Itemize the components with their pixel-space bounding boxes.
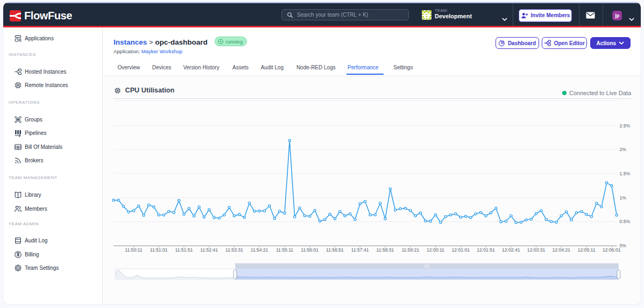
svg-text:1%: 1% bbox=[620, 195, 627, 200]
svg-text:12:02:41: 12:02:41 bbox=[502, 247, 520, 253]
svg-text:12:04:21: 12:04:21 bbox=[553, 247, 571, 253]
svg-text:12:06:01: 12:06:01 bbox=[603, 247, 621, 253]
svg-text:2.5%: 2.5% bbox=[620, 123, 631, 128]
svg-text:0%: 0% bbox=[620, 243, 627, 248]
svg-text:12:05:11: 12:05:11 bbox=[578, 247, 596, 253]
svg-text:11:59:21: 11:59:21 bbox=[401, 247, 419, 253]
svg-text:12:01:51: 12:01:51 bbox=[477, 247, 495, 253]
svg-text:12:03:31: 12:03:31 bbox=[527, 247, 546, 253]
svg-text:0.5%: 0.5% bbox=[620, 219, 631, 224]
svg-text:1.5%: 1.5% bbox=[620, 171, 631, 176]
svg-text:11:57:41: 11:57:41 bbox=[351, 247, 369, 253]
svg-text:11:56:51: 11:56:51 bbox=[326, 247, 344, 253]
svg-text:11:55:11: 11:55:11 bbox=[276, 247, 293, 253]
svg-text:11:51:51: 11:51:51 bbox=[175, 247, 193, 253]
svg-text:12:01:01: 12:01:01 bbox=[452, 247, 470, 253]
svg-text:11:53:31: 11:53:31 bbox=[225, 247, 243, 253]
svg-text:2%: 2% bbox=[620, 147, 627, 152]
svg-text:11:58:31: 11:58:31 bbox=[377, 247, 394, 253]
svg-text:11:51:01: 11:51:01 bbox=[150, 247, 168, 253]
svg-text:12:00:11: 12:00:11 bbox=[427, 247, 444, 253]
svg-text:11:52:41: 11:52:41 bbox=[200, 247, 218, 253]
svg-text:11:54:21: 11:54:21 bbox=[251, 247, 268, 253]
svg-text:11:50:11: 11:50:11 bbox=[125, 247, 142, 253]
svg-text:11:56:01: 11:56:01 bbox=[301, 247, 319, 253]
